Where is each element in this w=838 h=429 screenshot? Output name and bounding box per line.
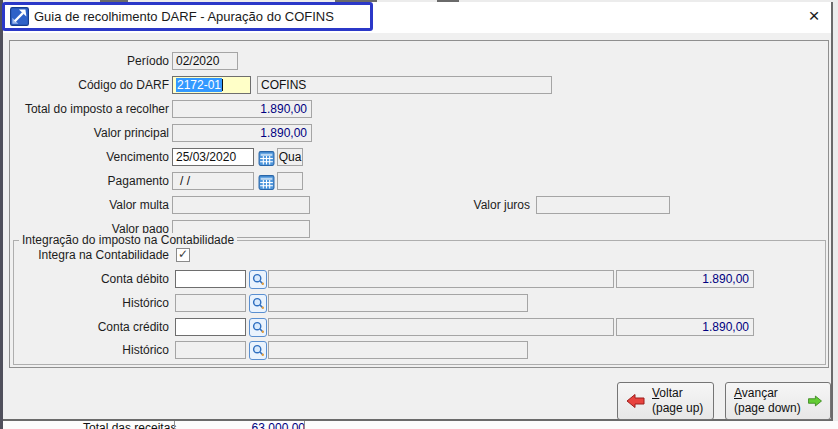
conta-debito-label: Conta débito [8,270,169,288]
historico-credito-descricao-field [268,341,528,359]
background-column-separator [174,421,175,429]
valor-principal-label: Valor principal [8,124,169,142]
total-imposto-field[interactable]: 1.890,00 [172,100,312,118]
vencimento-field[interactable]: 25/03/2020 [172,148,254,166]
historico-credito-codigo-field[interactable] [175,341,246,359]
voltar-button-label: Voltar (page up) [652,386,703,416]
background-row-label: Total das receitas [83,421,176,429]
background-row-value: 63.000,00 [193,421,305,429]
conta-credito-valor-field: 1.890,00 [616,318,754,336]
calendar-icon[interactable] [258,173,275,191]
historico-debito-descricao-field [268,294,528,312]
historico-credito-label: Histórico [8,341,169,359]
periodo-field[interactable]: 02/2020 [172,52,238,70]
valor-juros-field[interactable] [536,196,670,214]
search-icon [252,297,265,310]
conta-debito-codigo-field[interactable] [175,270,246,288]
codigo-darf-field[interactable]: 2172-01 [172,76,251,94]
conta-credito-lookup-button[interactable] [249,318,267,337]
conta-credito-codigo-field[interactable] [175,318,246,336]
calendar-icon[interactable] [258,149,275,167]
conta-credito-descricao-field [268,318,614,336]
total-imposto-label: Total do imposto a recolher [8,100,169,118]
conta-credito-label: Conta crédito [8,318,169,336]
conta-debito-lookup-button[interactable] [249,270,267,289]
valor-principal-field[interactable]: 1.890,00 [172,124,312,142]
dialog-icon [10,7,29,26]
voltar-button[interactable]: Voltar (page up) [617,382,714,420]
dialog-title: Guia de recolhimento DARF - Apuração do … [34,9,334,24]
codigo-darf-selected-text: 2172-01 [176,78,222,92]
contabilidade-legend: Integração do imposto na Contabilidade [19,233,237,247]
avancar-button-label: Avançar (page down) [734,386,801,416]
integra-contabilidade-checkbox[interactable]: ✓ [176,248,190,262]
screen: Guia de recolhimento DARF - Apuração do … [0,0,838,429]
historico-debito-codigo-field[interactable] [175,294,246,312]
valor-multa-field[interactable] [172,196,310,214]
background-column-separator [304,421,305,429]
conta-debito-descricao-field [268,270,614,288]
vencimento-label: Vencimento [8,148,169,166]
avancar-button[interactable]: Avançar (page down) [725,382,831,420]
close-icon[interactable]: × [801,5,827,29]
valor-juros-label: Valor juros [420,196,530,214]
historico-debito-lookup-button[interactable] [249,294,267,313]
historico-credito-lookup-button[interactable] [249,341,267,360]
search-icon [252,344,265,357]
conta-debito-valor-field: 1.890,00 [616,270,754,288]
arrow-right-icon [807,393,822,409]
pagamento-label: Pagamento [8,172,169,190]
pagamento-field[interactable]: / / [172,172,254,190]
periodo-label: Período [8,52,169,70]
arrow-left-icon [626,393,646,409]
historico-debito-label: Histórico [8,294,169,312]
codigo-darf-label: Código do DARF [8,76,169,94]
integra-contabilidade-label: Integra na Contabilidade [8,246,169,264]
search-icon [252,273,265,286]
text-caret [222,79,223,91]
vencimento-dia-semana-field: Qua [277,148,303,166]
search-icon [252,321,265,334]
pagamento-dia-semana-field [277,172,303,190]
codigo-darf-descricao-field[interactable]: COFINS [257,76,552,94]
valor-multa-label: Valor multa [8,196,169,214]
background-bottom-row: Total das receitas 63.000,00 [3,421,838,429]
